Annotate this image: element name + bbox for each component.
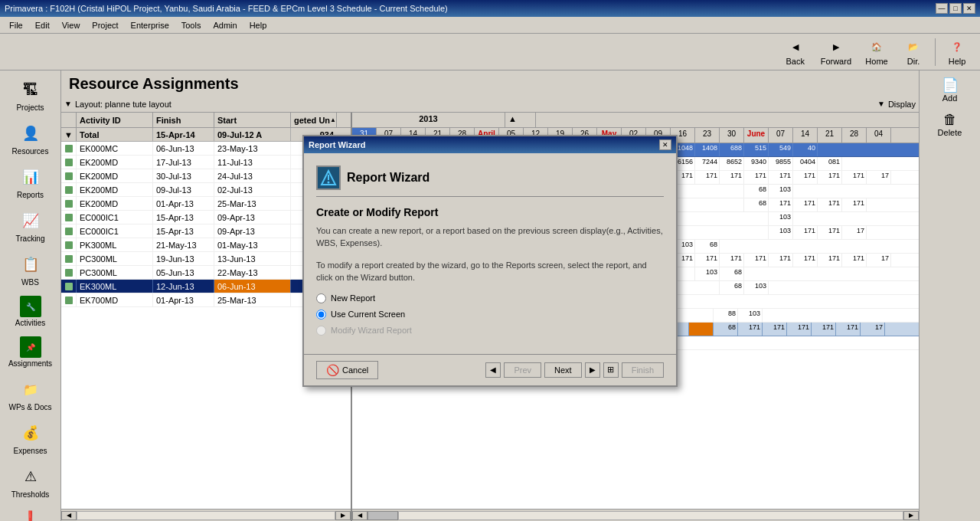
- prev-label: Prev: [514, 365, 531, 375]
- report-wizard-dialog: Report Wizard ✕ Report Wizard Create or …: [302, 135, 678, 387]
- next-button[interactable]: Next: [544, 362, 582, 378]
- next-label: Next: [554, 365, 572, 375]
- dialog-overlay: Report Wizard ✕ Report Wizard Create or …: [0, 0, 980, 521]
- radio-use-current[interactable]: Use Current Screen: [316, 310, 664, 319]
- dialog-title: Report Wizard: [309, 140, 365, 149]
- prev-arrow[interactable]: ◀: [485, 362, 501, 378]
- dialog-content: Report Wizard Create or Modify Report Yo…: [304, 153, 676, 354]
- radio-new-report[interactable]: New Report: [316, 293, 664, 303]
- radio-modify-wizard: Modify Wizard Report: [316, 326, 664, 336]
- radio-use-current-label: Use Current Screen: [331, 310, 405, 319]
- grid-icon-btn[interactable]: ⊞: [603, 362, 619, 378]
- wizard-header: Report Wizard: [316, 165, 664, 197]
- radio-new-report-input[interactable]: [316, 293, 326, 303]
- wizard-desc-1: You can create a new report, or a report…: [316, 224, 664, 250]
- next-arrow[interactable]: ▶: [585, 362, 600, 378]
- wizard-desc-2: To modify a report created by the wizard…: [316, 259, 664, 284]
- wizard-title: Report Wizard: [347, 171, 430, 185]
- wizard-icon: [316, 165, 341, 190]
- cancel-button[interactable]: 🚫 Cancel: [316, 361, 378, 379]
- finish-label: Finish: [632, 365, 654, 375]
- wizard-subtitle: Create or Modify Report: [316, 206, 664, 218]
- nav-buttons: ◀ Prev Next ▶ ⊞ Finish: [485, 362, 664, 378]
- finish-button[interactable]: Finish: [622, 362, 664, 378]
- prev-button[interactable]: Prev: [504, 362, 541, 378]
- radio-new-report-label: New Report: [331, 293, 375, 303]
- radio-modify-wizard-label: Modify Wizard Report: [331, 326, 412, 335]
- svg-point-3: [328, 181, 330, 183]
- dialog-buttons: 🚫 Cancel ◀ Prev Next ▶ ⊞ Finish: [304, 354, 676, 385]
- radio-modify-wizard-input[interactable]: [316, 326, 326, 336]
- dialog-titlebar: Report Wizard ✕: [304, 136, 676, 153]
- dialog-close-button[interactable]: ✕: [659, 139, 671, 150]
- radio-use-current-input[interactable]: [316, 310, 326, 319]
- cancel-icon: 🚫: [326, 364, 339, 376]
- cancel-label: Cancel: [342, 365, 368, 375]
